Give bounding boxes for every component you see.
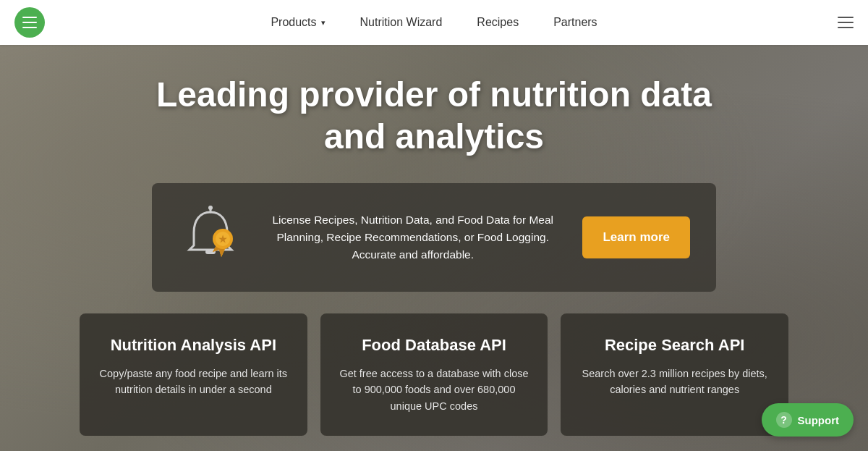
feature-card-desc-nutrition-analysis: Copy/paste any food recipe and learn its…	[97, 366, 290, 398]
feature-card-title-recipe-search: Recipe Search API	[578, 335, 771, 355]
chevron-down-icon: ▾	[321, 18, 326, 28]
nav-item-recipes[interactable]: Recipes	[459, 0, 536, 45]
feature-card-desc-recipe-search: Search over 2.3 million recipes by diets…	[578, 366, 771, 398]
support-button[interactable]: ? Support	[762, 403, 854, 437]
feature-card-desc-food-database: Get free access to a database with close…	[338, 366, 531, 414]
feature-card-nutrition-analysis: Nutrition Analysis API Copy/paste any fo…	[80, 313, 307, 436]
license-icon: ★	[178, 205, 243, 270]
svg-text:★: ★	[218, 234, 227, 245]
nav-item-partners[interactable]: Partners	[536, 0, 614, 45]
logo-icon	[22, 17, 37, 28]
hero-section: Leading provider of nutrition data and a…	[0, 45, 868, 451]
license-description: License Recipes, Nutrition Data, and Foo…	[265, 211, 561, 264]
feature-card-title-nutrition-analysis: Nutrition Analysis API	[97, 335, 290, 355]
license-card: ★ License Recipes, Nutrition Data, and F…	[152, 183, 716, 292]
feature-card-food-database: Food Database API Get free access to a d…	[320, 313, 548, 436]
learn-more-button[interactable]: Learn more	[582, 216, 690, 258]
support-label: Support	[798, 414, 840, 426]
svg-point-2	[208, 206, 213, 210]
hero-title: Leading provider of nutrition data and a…	[152, 74, 716, 157]
nav-item-products[interactable]: Products ▾	[253, 0, 342, 45]
logo-button[interactable]	[14, 7, 45, 38]
hamburger-menu-button[interactable]	[838, 17, 854, 28]
feature-card-recipe-search: Recipe Search API Search over 2.3 millio…	[561, 313, 788, 436]
feature-card-title-food-database: Food Database API	[338, 335, 531, 355]
support-icon: ?	[776, 412, 792, 428]
feature-cards-container: Nutrition Analysis API Copy/paste any fo…	[80, 313, 788, 436]
navbar: Products ▾ Nutrition Wizard Recipes Part…	[0, 0, 868, 45]
nav-links: Products ▾ Nutrition Wizard Recipes Part…	[253, 0, 614, 45]
nav-item-nutrition-wizard[interactable]: Nutrition Wizard	[343, 0, 460, 45]
